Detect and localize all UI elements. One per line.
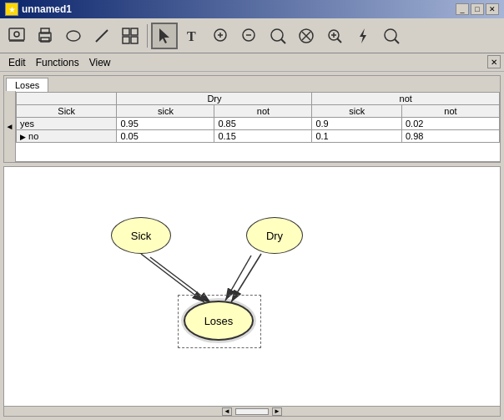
- select-tool-button[interactable]: [151, 23, 178, 49]
- table-section: Loses ◄ Dry not Sick sick not: [3, 75, 501, 163]
- lightning-tool-button[interactable]: [350, 23, 376, 49]
- row-no-val4: 0.98: [401, 130, 499, 143]
- maximize-button[interactable]: □: [471, 3, 484, 15]
- row-no-val1: 0.05: [117, 130, 214, 143]
- table-row: ▶ no 0.05 0.15 0.1 0.98: [17, 130, 500, 143]
- svg-line-25: [337, 38, 341, 43]
- scroll-left-arrow[interactable]: ◄: [222, 163, 232, 164]
- svg-line-30: [395, 39, 399, 43]
- main-content: Loses ◄ Dry not Sick sick not: [0, 72, 504, 420]
- svg-point-6: [67, 31, 80, 41]
- svg-line-35: [225, 256, 251, 301]
- window-controls: _ □ ✕: [456, 3, 499, 15]
- app-icon: ★: [5, 3, 18, 16]
- sub-header-sick: Sick: [17, 105, 117, 118]
- node-dry-label: Dry: [266, 230, 283, 242]
- svg-rect-0: [9, 28, 24, 40]
- search-tool-button[interactable]: [378, 23, 405, 49]
- col-header-dry: Dry: [117, 93, 312, 105]
- grid-tool-button[interactable]: [117, 23, 144, 49]
- sub-header-sick2: sick: [117, 105, 214, 118]
- title-bar: ★ unnamed1 _ □ ✕: [0, 0, 504, 18]
- toolbar: T: [0, 18, 504, 53]
- tab-loses[interactable]: Loses: [6, 78, 48, 92]
- node-sick[interactable]: Sick: [111, 217, 171, 254]
- row-yes-val3: 0.9: [312, 118, 402, 130]
- table-horizontal-scrollbar: ◄ ►: [4, 161, 500, 163]
- graph-scroll-right[interactable]: ►: [272, 407, 282, 416]
- tab-bar: Loses: [4, 76, 500, 92]
- graph-scroll-left[interactable]: ◄: [222, 407, 232, 416]
- graph-scrollbar: ◄ ►: [4, 406, 500, 416]
- graph-canvas: Sick Dry Loses: [4, 167, 500, 416]
- row-yes-val2: 0.85: [214, 118, 312, 130]
- menu-bar: Edit Functions View ✕: [0, 53, 504, 72]
- node-sick-label: Sick: [131, 230, 152, 242]
- scroll-right-arrow[interactable]: ►: [272, 163, 282, 164]
- svg-text:T: T: [187, 29, 196, 43]
- row-no-label: ▶ no: [17, 130, 117, 143]
- svg-rect-5: [41, 38, 49, 42]
- svg-point-1: [14, 32, 19, 37]
- graph-scroll-track[interactable]: [235, 408, 269, 415]
- minimize-button[interactable]: _: [456, 3, 469, 15]
- view-tool-button[interactable]: [3, 23, 30, 49]
- node-loses-label: Loses: [204, 315, 234, 327]
- svg-rect-9: [131, 28, 138, 35]
- window-title: unnamed1: [22, 3, 72, 15]
- row-yes-label: yes: [17, 118, 117, 130]
- text-tool-button[interactable]: T: [179, 23, 206, 49]
- svg-rect-11: [131, 37, 138, 43]
- zoomin-tool-button[interactable]: [208, 23, 234, 49]
- svg-line-7: [96, 30, 108, 42]
- col-header-not: not: [312, 93, 500, 105]
- svg-line-20: [281, 39, 285, 43]
- graph-arrows: [4, 167, 500, 416]
- svg-point-19: [271, 29, 283, 41]
- row-yes-val4: 0.02: [401, 118, 499, 130]
- svg-point-29: [385, 29, 396, 41]
- svg-rect-8: [123, 28, 129, 35]
- line-tool-button[interactable]: [88, 23, 115, 49]
- row-no-val3: 0.1: [312, 130, 402, 143]
- svg-marker-12: [159, 28, 169, 43]
- ellipse-tool-button[interactable]: [60, 23, 87, 49]
- menu-close-button[interactable]: ✕: [487, 55, 501, 68]
- zoomfit-tool-button[interactable]: [321, 23, 348, 49]
- menu-view[interactable]: View: [84, 55, 116, 70]
- print-tool-button[interactable]: [32, 23, 58, 49]
- cross-tool-button[interactable]: [293, 23, 320, 49]
- probability-table: Dry not Sick sick not sick not: [16, 92, 500, 143]
- svg-marker-28: [360, 28, 366, 43]
- sub-header-sick3: sick: [312, 105, 402, 118]
- sub-header-not: not: [214, 105, 312, 118]
- zoomout-tool-button[interactable]: [236, 23, 263, 49]
- svg-rect-10: [123, 37, 129, 43]
- node-dry[interactable]: Dry: [246, 217, 303, 254]
- table-row: yes 0.95 0.85 0.9 0.02: [17, 118, 500, 130]
- magnify-tool-button[interactable]: [265, 23, 291, 49]
- menu-edit[interactable]: Edit: [3, 55, 31, 70]
- sub-header-not2: not: [401, 105, 499, 118]
- close-button[interactable]: ✕: [486, 3, 499, 15]
- graph-section: Sick Dry Loses ◄ ►: [3, 166, 501, 417]
- menu-functions[interactable]: Functions: [31, 55, 84, 70]
- table-scroll-left[interactable]: ◄: [4, 91, 16, 162]
- row-yes-val1: 0.95: [117, 118, 214, 130]
- row-no-val2: 0.15: [214, 130, 312, 143]
- node-loses[interactable]: Loses: [184, 301, 254, 341]
- toolbar-separator-1: [147, 24, 148, 48]
